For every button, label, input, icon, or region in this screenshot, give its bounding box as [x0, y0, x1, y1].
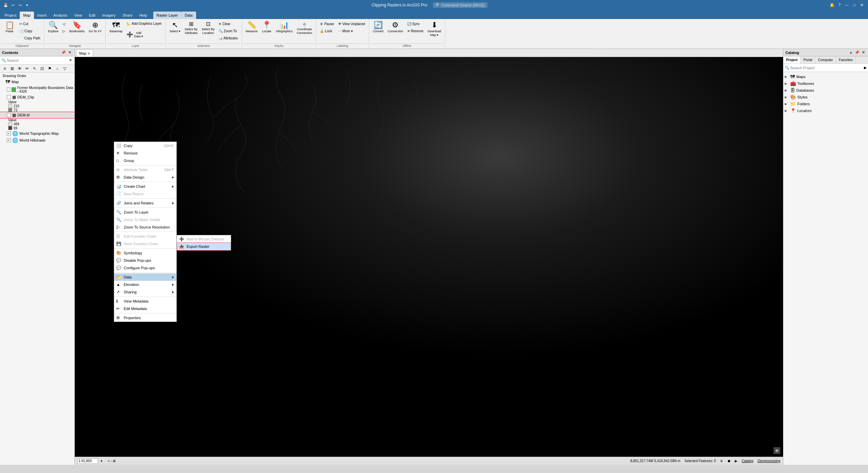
locate-button[interactable]: 📍 Locate [260, 20, 274, 42]
forward-button[interactable]: ▷ [61, 28, 67, 34]
ctx-edit-metadata[interactable]: ✏ Edit Metadata [114, 305, 176, 312]
catalog-close-button[interactable]: ✕ [861, 50, 866, 55]
add-data-button[interactable]: ➕ AddData ▾ [125, 28, 163, 42]
paste-button[interactable]: 📋 Paste [2, 20, 17, 42]
former-municipality-checkbox[interactable] [7, 88, 10, 92]
scale-dropdown[interactable]: ▾ [101, 459, 102, 463]
catalog-item-databases[interactable]: ▶ 🗄 Databases [783, 87, 868, 94]
map-tab[interactable]: Map × [76, 49, 93, 57]
zoom-to-button[interactable]: 🔍 Zoom To [217, 28, 239, 34]
select-by-location-button[interactable]: ⊡ Select ByLocation [200, 20, 216, 42]
list-by-visibility-button[interactable]: 👁 [16, 65, 23, 72]
search-clear-button[interactable]: ✕ [68, 58, 73, 63]
dem-tif-checkbox[interactable] [7, 113, 11, 117]
pause-drawing-button[interactable]: ⏸ [720, 459, 723, 463]
tab-share[interactable]: Share [119, 12, 136, 19]
tab-map[interactable]: Map [20, 12, 34, 19]
cut-button[interactable]: ✂ Cut [18, 20, 42, 27]
tab-help[interactable]: Help [136, 12, 151, 19]
catalog-search-input[interactable] [790, 66, 863, 70]
ctx-data-design[interactable]: ⚙ Data Design [114, 174, 176, 181]
help-button[interactable]: ? [836, 2, 843, 8]
list-by-editing-button[interactable]: ✏ [24, 65, 31, 72]
layer-item-dem-tif[interactable]: ▦ DEM.tif [0, 112, 74, 118]
ctx-symbology[interactable]: 🎨 Symbology [114, 249, 176, 257]
ctx-elevation[interactable]: ▲ Elevation [114, 281, 176, 288]
sync-button[interactable]: 🔃 Sync [405, 20, 425, 27]
attributes-button[interactable]: 📊 Attributes [217, 35, 239, 41]
catalog-item-folders[interactable]: ▶ 📁 Folders [783, 101, 868, 107]
tab-imagery[interactable]: Imagery [99, 12, 119, 19]
measure-button[interactable]: 📏 Measure [244, 20, 259, 42]
catalog-tab-favorites[interactable]: Favorites [836, 56, 856, 63]
tab-edit[interactable]: Edit [86, 12, 99, 19]
maximize-button[interactable]: □ [851, 2, 858, 8]
play-button[interactable]: ▶ [735, 459, 737, 463]
minimize-button[interactable]: ─ [844, 2, 850, 8]
catalog-link[interactable]: Catalog [742, 459, 753, 463]
tab-project[interactable]: Project [1, 12, 20, 19]
zoom-out-button[interactable]: - [111, 459, 112, 463]
customize-qa-button[interactable]: ▾ [24, 2, 30, 8]
go-to-xy-button[interactable]: ⊕ Go To XY [87, 20, 103, 42]
world-hillshade-checkbox[interactable] [7, 138, 11, 142]
ctx-zoom-to-source[interactable]: Z↑ Zoom To Source Resolution [114, 223, 176, 231]
map-tab-close[interactable]: × [88, 51, 90, 55]
select-button[interactable]: ↖ Select ▾ [168, 20, 183, 42]
back-button[interactable]: ◁ [61, 20, 67, 27]
copy-path-button[interactable]: 📄 Copy Path [18, 35, 42, 41]
coordinate-conversion-button[interactable]: ⟐ CoordinateConversion [295, 20, 314, 42]
ctx-disable-popups[interactable]: 💬 Disable Pop-ups [114, 257, 176, 264]
undo-button[interactable]: ↩ [10, 2, 16, 8]
pause-button[interactable]: ⏸ Pause [318, 20, 335, 27]
list-by-source-button[interactable]: ⊞ [9, 65, 16, 72]
contents-pin-button[interactable]: 📌 [61, 50, 66, 55]
catalog-tab-project[interactable]: Project [783, 56, 801, 63]
view-unplaced-button[interactable]: 👁 View Unplaced [336, 20, 367, 27]
ctx-view-metadata[interactable]: ℹ View Metadata [114, 297, 176, 305]
ctx-properties[interactable]: ⚙ Properties [114, 314, 176, 322]
tab-view[interactable]: View [71, 12, 86, 19]
ctx-create-chart[interactable]: 📊 Create Chart [114, 183, 176, 190]
tab-analysis[interactable]: Analysis [50, 12, 71, 19]
layer-item-map[interactable]: 🗺 Map [0, 78, 74, 85]
bookmarks-button[interactable]: 🔖 Bookmarks [68, 20, 86, 42]
sub-export-raster[interactable]: 📤 Export Raster [177, 243, 231, 250]
contents-close-button[interactable]: ✕ [67, 50, 72, 55]
save-button[interactable]: 💾 [3, 2, 9, 8]
ctx-joins-relates[interactable]: 🔗 Joins and Relates [114, 199, 176, 207]
map-corner-button[interactable]: ⊕ [774, 447, 780, 454]
catalog-item-styles[interactable]: ▶ 🎨 Styles [783, 94, 868, 101]
ctx-sharing[interactable]: ↗ Sharing [114, 288, 176, 296]
world-topo-checkbox[interactable] [7, 131, 11, 135]
filter-by-status-button[interactable]: ▽ [61, 65, 68, 72]
full-extent-button[interactable]: ⊞ [113, 459, 116, 463]
stop-drawing-button[interactable]: ⏹ [727, 459, 731, 463]
clear-button[interactable]: ✕ Clear [217, 20, 239, 27]
ctx-copy[interactable]: ⬜ Copy Ctrl+C [114, 142, 176, 149]
catalog-search-button[interactable]: ▶ [864, 66, 867, 70]
layer-item-world-hillshade[interactable]: 🌐 World Hillshade [0, 137, 74, 144]
layer-item-world-topo[interactable]: 🌐 World Topographic Map [0, 130, 74, 137]
ctx-data[interactable]: 📂 Data [114, 273, 176, 281]
list-by-snapping-button[interactable]: ⊡ [39, 65, 46, 72]
ctx-zoom-to-layer[interactable]: 🔍 Zoom To Layer [114, 208, 176, 216]
explore-button[interactable]: 🔍 Explore [46, 20, 60, 42]
dem-clip-checkbox[interactable] [7, 95, 11, 99]
catalog-item-toolboxes[interactable]: ▶ 🧰 Toolboxes [783, 80, 868, 87]
basemap-button[interactable]: 🗺 Basemap [108, 20, 124, 42]
ctx-configure-popups[interactable]: 💬 Configure Pop-ups [114, 264, 176, 272]
ctx-group[interactable]: □ Group [114, 157, 176, 164]
unsaved-edits-button[interactable]: ⚑ [46, 65, 53, 72]
add-graphics-layer-button[interactable]: 📐 Add Graphics Layer [125, 20, 163, 27]
catalog-pin-button[interactable]: 📌 [854, 50, 860, 55]
catalog-tab-portal[interactable]: Portal [801, 56, 815, 63]
infographics-button[interactable]: 📊 Infographics [274, 20, 294, 42]
list-by-selection-button[interactable]: ↖ [31, 65, 38, 72]
tab-raster-layer[interactable]: Raster Layer [153, 12, 181, 19]
tab-data[interactable]: Data [181, 12, 196, 19]
geoprocessing-link[interactable]: Geoprocessing [758, 459, 780, 463]
download-map-button[interactable]: ⬇ DownloadMap ▾ [426, 20, 443, 42]
layer-item-dem-clip[interactable]: ▦ DEM_Clip [0, 94, 74, 100]
layer-item-former-municipality[interactable]: Former Municipality Boundaries Data - 43… [0, 85, 74, 94]
